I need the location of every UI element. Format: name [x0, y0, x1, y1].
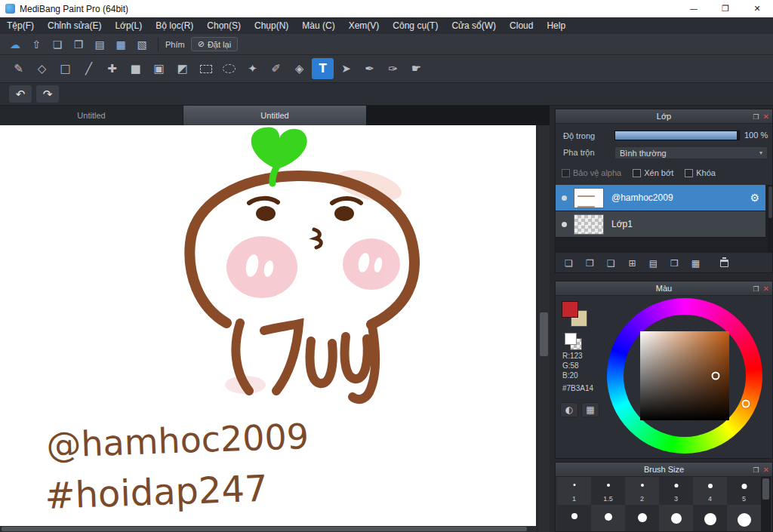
menu-item[interactable]: Tệp(F) [0, 17, 41, 34]
menu-item[interactable]: Màu (C) [295, 17, 341, 34]
dot-pen-tool[interactable]: ╱ [78, 58, 100, 79]
panel-close-icon[interactable]: ✕ [763, 112, 769, 121]
brush-size-cell[interactable] [727, 505, 761, 532]
menu-item[interactable]: Lớp(L) [108, 17, 149, 34]
popout-icon[interactable]: ❐ [753, 113, 759, 121]
lasso-tool[interactable] [218, 58, 240, 79]
layer-visibility-toggle[interactable] [562, 222, 567, 227]
operate-tool[interactable]: ➤ [335, 58, 357, 79]
scrollbar-thumb[interactable] [540, 312, 548, 356]
layer-row[interactable]: Lớp1 [556, 211, 765, 238]
duplicate-layer-button[interactable]: ❒ [666, 256, 683, 271]
brush-panel-header: Brush Size ❐ ✕ [556, 463, 772, 477]
layer-folder-button[interactable]: ▤ [645, 256, 662, 271]
brush-size-cell[interactable]: 3 [659, 477, 693, 505]
new-layer-button[interactable]: ❏ [560, 256, 577, 271]
brush-size-cell[interactable] [625, 505, 659, 532]
canvas-vertical-scrollbar[interactable] [538, 125, 550, 532]
brush-tool[interactable]: ✎ [8, 58, 29, 79]
canvas-horizontal-scrollbar[interactable] [0, 526, 536, 532]
color-wheel[interactable] [607, 298, 762, 454]
document-tab[interactable]: Untitled [183, 106, 367, 125]
cloud-icon[interactable]: ☁ [6, 36, 24, 53]
workspace-icon[interactable]: ▦ [112, 36, 130, 53]
brush-size-cell[interactable]: 1.5 [591, 477, 625, 505]
menu-item[interactable]: Chỉnh sửa(E) [41, 17, 108, 34]
close-button[interactable]: ✕ [741, 0, 773, 17]
brush-size-cell[interactable] [659, 505, 693, 532]
blend-select[interactable]: Bình thường ▾ [614, 146, 768, 159]
hand-tool[interactable]: ☛ [405, 58, 427, 79]
opacity-slider[interactable] [614, 131, 740, 140]
menu-item[interactable]: Help [540, 17, 572, 34]
brush-panel-scrollbar[interactable] [761, 477, 771, 532]
document-tab[interactable]: Untitled [0, 106, 183, 125]
brush-size-cell[interactable]: 1 [557, 477, 591, 505]
layer-visibility-toggle[interactable] [562, 195, 567, 201]
panel-close-icon[interactable]: ✕ [763, 284, 769, 293]
eyedropper-tool[interactable]: ✒ [359, 58, 380, 79]
publish-icon[interactable]: ⇧ [27, 36, 45, 53]
menu-item[interactable]: Chụp(N) [248, 17, 295, 34]
select-eraser-tool[interactable]: ◈ [288, 58, 310, 79]
material-icon[interactable]: ▧ [133, 36, 151, 53]
magic-wand-tool[interactable]: ✦ [242, 58, 263, 79]
convert-layer-button[interactable]: ❑ [602, 256, 620, 271]
layer-list-scrollbar[interactable] [768, 185, 773, 253]
history-toolbar: ↶ ↷ [0, 83, 773, 106]
redo-button[interactable]: ↷ [36, 85, 59, 103]
layer-row-active[interactable]: @hamhoc2009 ⚙ [556, 185, 765, 211]
new-layer-options-button[interactable]: ❐ [581, 256, 599, 271]
popout-icon[interactable]: ❐ [753, 285, 759, 293]
move-tool[interactable]: ✚ [101, 58, 123, 79]
hue-cursor[interactable] [742, 400, 750, 408]
brush-size-cell[interactable] [591, 505, 625, 532]
select-rect-tool[interactable] [195, 58, 217, 79]
comment-icon[interactable]: ❏ [48, 36, 66, 53]
merge-layer-button[interactable]: ▦ [687, 256, 704, 271]
brush-size-cell[interactable] [693, 505, 727, 532]
scrollbar-thumb[interactable] [762, 478, 769, 500]
delete-layer-button[interactable] [716, 256, 733, 271]
menu-item[interactable]: Cửa sổ(W) [445, 17, 503, 34]
maximize-button[interactable]: ❐ [710, 0, 741, 17]
palette-button[interactable]: ◐ [560, 402, 578, 417]
scrollbar-thumb[interactable] [2, 527, 527, 531]
brush-size-cell[interactable]: 4 [693, 477, 727, 505]
menu-item[interactable]: Bộ lọc(R) [149, 17, 200, 34]
brush-size-cell[interactable]: 2 [625, 477, 659, 505]
reset-button[interactable]: ⊘ Đặt lại [191, 37, 238, 51]
menu-item[interactable]: Công cụ(T) [386, 17, 445, 34]
menu-item[interactable]: Xem(V) [342, 17, 386, 34]
scrollbar-thumb[interactable] [768, 186, 772, 218]
canvas[interactable]: @hamhoc2009 #hoidap247 [0, 125, 536, 526]
layer-checkbox[interactable]: Khóa [685, 168, 716, 177]
minimize-button[interactable]: — [678, 0, 710, 17]
brush-size-cell[interactable]: 5 [727, 477, 761, 505]
layer-checkbox[interactable]: Bảo vệ alpha [562, 168, 621, 177]
chat-icon[interactable]: ❐ [69, 36, 88, 53]
gradient-tool[interactable]: ◩ [171, 58, 193, 79]
pen-tool[interactable]: ✑ [382, 58, 404, 79]
layer-settings-gear-icon[interactable]: ⚙ [750, 192, 759, 204]
bucket-tool[interactable]: ▣ [148, 58, 170, 79]
foreground-color-swatch[interactable] [562, 301, 578, 318]
eraser-tool[interactable]: ◇ [31, 58, 53, 79]
layer-checkbox[interactable]: Xén bớt [633, 168, 673, 177]
undo-button[interactable]: ↶ [9, 85, 32, 103]
saturation-value-cursor[interactable] [712, 372, 720, 380]
menu-item[interactable]: Cloud [503, 17, 540, 34]
select-pen-tool[interactable]: ✐ [265, 58, 287, 79]
document-icon[interactable]: ▤ [91, 36, 109, 53]
menu-item[interactable]: Chọn(S) [200, 17, 248, 34]
transparent-swatches[interactable] [565, 333, 584, 352]
popout-icon[interactable]: ❐ [753, 466, 759, 474]
import-layer-button[interactable]: ⊞ [624, 256, 641, 271]
brush-size-cell[interactable] [557, 505, 591, 532]
color-swatches[interactable] [562, 301, 592, 331]
text-tool[interactable]: T [312, 58, 334, 79]
color-tiles-button[interactable]: ▦ [581, 402, 599, 417]
panel-close-icon[interactable]: ✕ [763, 466, 769, 474]
shape-brush-tool[interactable]: □ [54, 58, 76, 79]
fill-rect-tool[interactable]: ■ [125, 58, 146, 79]
